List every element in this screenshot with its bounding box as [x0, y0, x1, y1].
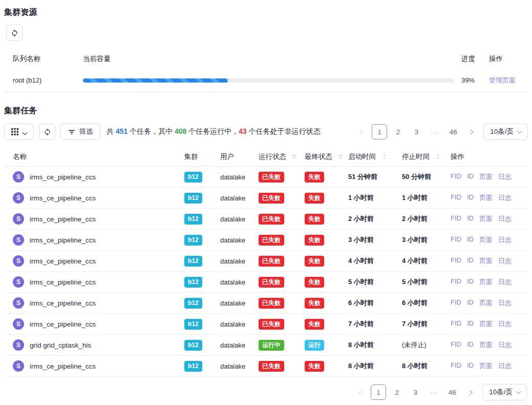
row-action-page[interactable]: 页面	[479, 340, 493, 350]
pagination-prev[interactable]	[354, 384, 368, 400]
cluster-cell: b12	[184, 319, 220, 330]
row-action-page[interactable]: 页面	[479, 277, 493, 287]
header-start-time[interactable]: 启动时间	[348, 152, 402, 161]
row-action-page[interactable]: 页面	[479, 214, 493, 224]
sort-icon[interactable]	[435, 153, 441, 160]
row-action-log[interactable]: 日志	[498, 172, 512, 181]
task-name-cell: S grid grid_cptask_his	[13, 339, 184, 351]
table-row: S irms_ce_pipeline_ccs b12 datalake 已失败 …	[4, 356, 528, 377]
pagination-page-2[interactable]: 2	[390, 124, 406, 139]
row-action-id[interactable]: ID	[467, 214, 474, 224]
row-action-fid[interactable]: FID	[451, 214, 461, 224]
row-action-page[interactable]: 页面	[479, 361, 493, 371]
filter-funnel-icon[interactable]	[337, 154, 344, 160]
header-final-status[interactable]: 最终状态	[305, 152, 348, 161]
row-action-fid[interactable]: FID	[451, 319, 461, 329]
row-action-page[interactable]: 页面	[479, 172, 493, 181]
task-name: irms_ce_pipeline_ccs	[30, 194, 96, 202]
pagination-page-1[interactable]: 1	[372, 124, 387, 139]
row-action-fid[interactable]: FID	[451, 340, 461, 350]
tasks-toolbar: 筛选 共 451 个任务，其中 408 个任务运行中，43 个任务处于非运行状态…	[4, 124, 528, 140]
row-action-log[interactable]: 日志	[498, 193, 512, 202]
run-status-badge: 已失败	[259, 214, 284, 225]
row-action-fid[interactable]: FID	[451, 172, 461, 181]
manage-page-link[interactable]: 管理页面	[489, 76, 528, 85]
row-action-id[interactable]: ID	[467, 235, 474, 245]
pagination-top: 123···4610条/页	[355, 124, 528, 140]
row-action-log[interactable]: 日志	[498, 235, 512, 245]
page-size-select[interactable]: 10条/页	[483, 124, 528, 140]
pagination-page-46[interactable]: 46	[445, 124, 461, 139]
row-action-fid[interactable]: FID	[451, 235, 461, 245]
filter-button[interactable]: 筛选	[60, 124, 100, 140]
header-cluster: 集群	[184, 152, 220, 161]
cluster-badge: b12	[184, 235, 202, 246]
row-action-log[interactable]: 日志	[498, 319, 512, 329]
queue-table: 队列名称 当前容量 进度 操作 root (b12) 39% 管理页面	[4, 49, 528, 92]
final-status-cell: 失败	[305, 361, 348, 372]
avatar: S	[13, 297, 24, 309]
tasks-table-body: S irms_ce_pipeline_ccs b12 datalake 已失败 …	[4, 167, 528, 377]
pagination-page-3[interactable]: 3	[409, 124, 424, 139]
table-row: S irms_ce_pipeline_ccs b12 datalake 已失败 …	[4, 230, 528, 251]
final-status-badge: 失败	[305, 214, 324, 225]
resources-refresh-button[interactable]	[6, 25, 23, 41]
row-action-log[interactable]: 日志	[498, 277, 512, 287]
page-size-select[interactable]: 10条/页	[482, 384, 527, 400]
row-action-log[interactable]: 日志	[498, 256, 512, 266]
run-status-badge: 已失败	[259, 277, 284, 288]
sort-icon[interactable]	[381, 153, 388, 160]
pagination-prev[interactable]	[355, 124, 369, 139]
row-action-id[interactable]: ID	[467, 361, 474, 371]
row-action-id[interactable]: ID	[467, 172, 474, 181]
pagination-next[interactable]	[463, 384, 476, 400]
row-action-log[interactable]: 日志	[498, 340, 512, 350]
row-action-id[interactable]: ID	[467, 256, 474, 266]
filter-lines-icon	[68, 128, 75, 135]
progress-header: 进度	[461, 54, 482, 64]
pagination-page-1[interactable]: 1	[371, 384, 386, 400]
filter-funnel-icon[interactable]	[291, 154, 297, 160]
row-action-page[interactable]: 页面	[479, 193, 493, 202]
header-run-status[interactable]: 运行状态	[259, 152, 305, 161]
row-action-fid[interactable]: FID	[451, 193, 461, 202]
tasks-refresh-button[interactable]	[39, 124, 55, 140]
row-action-page[interactable]: 页面	[479, 235, 493, 245]
row-action-page[interactable]: 页面	[479, 298, 493, 308]
cluster-badge: b12	[184, 172, 202, 183]
final-status-cell: 失败	[305, 214, 348, 225]
queue-name-header: 队列名称	[13, 54, 76, 64]
pagination-ellipsis[interactable]: ···	[427, 124, 442, 139]
pagination-next[interactable]	[464, 124, 477, 139]
row-action-id[interactable]: ID	[467, 298, 474, 308]
pagination-page-2[interactable]: 2	[389, 384, 405, 400]
row-action-fid[interactable]: FID	[451, 361, 461, 371]
avatar: S	[13, 234, 24, 246]
row-action-id[interactable]: ID	[467, 277, 474, 287]
row-action-id[interactable]: ID	[467, 193, 474, 202]
cluster-cell: b12	[184, 298, 220, 309]
row-action-page[interactable]: 页面	[479, 256, 493, 266]
cluster-cell: b12	[184, 172, 220, 183]
refresh-icon	[11, 29, 18, 37]
pagination-page-3[interactable]: 3	[408, 384, 423, 400]
row-action-log[interactable]: 日志	[498, 214, 512, 224]
chevron-down-icon	[517, 128, 522, 133]
run-status-badge: 已失败	[259, 172, 284, 183]
capacity-header: 当前容量	[83, 54, 454, 64]
row-action-id[interactable]: ID	[467, 340, 474, 350]
row-action-fid[interactable]: FID	[451, 277, 461, 287]
row-action-fid[interactable]: FID	[451, 256, 461, 266]
row-action-id[interactable]: ID	[467, 319, 474, 329]
row-action-log[interactable]: 日志	[498, 361, 512, 371]
cluster-tasks-title: 集群任务	[4, 106, 528, 116]
row-action-page[interactable]: 页面	[479, 319, 493, 329]
pagination-page-46[interactable]: 46	[444, 384, 460, 400]
row-actions: FIDID页面日志	[451, 235, 528, 245]
column-settings-button[interactable]	[4, 124, 34, 140]
row-action-log[interactable]: 日志	[498, 298, 512, 308]
header-stop-time[interactable]: 停止时间	[402, 152, 451, 161]
final-status-badge: 失败	[305, 235, 324, 246]
row-action-fid[interactable]: FID	[451, 298, 461, 308]
pagination-ellipsis[interactable]: ···	[426, 384, 441, 400]
